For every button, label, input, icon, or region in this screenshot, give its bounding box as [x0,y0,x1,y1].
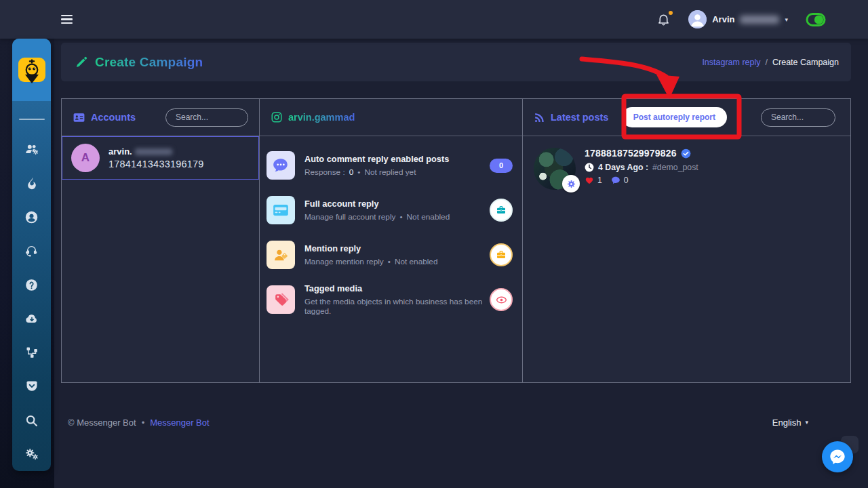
account-name: arvin. [108,146,204,157]
post-hashtag: #demo_post [652,163,698,172]
view-tagged-media-button[interactable] [490,288,513,311]
account-detail-column: arvin.gammad Auto comment reply enabled … [260,99,523,382]
breadcrumb-parent-link[interactable]: Instagram reply [702,58,760,67]
sidebar-item-downloads[interactable] [12,302,51,336]
search-icon [24,413,39,428]
user-menu[interactable]: Arvin ▾ [688,10,788,28]
sidebar-nav [12,132,51,471]
sidebar-item-activity[interactable] [12,166,51,200]
hamburger-menu-icon[interactable] [61,15,73,24]
pocket-icon [25,380,39,393]
post-id: 17888187529979826 [585,148,677,159]
accounts-search-input[interactable] [165,108,248,127]
id-card-icon [267,196,295,224]
user-name: Arvin [712,14,734,24]
heart-icon [585,176,594,185]
sidebar-item-help[interactable] [12,268,51,302]
breadcrumb-separator: / [766,58,768,67]
avatar [688,10,707,28]
option-auto-comment-reply[interactable]: Auto comment reply enabled posts Respons… [267,143,513,188]
sidebar-divider [19,119,45,120]
instagram-icon [271,111,283,123]
post-like-count: 1 [597,176,602,185]
language-selector[interactable]: English ▾ [772,418,808,428]
manage-full-account-reply-button[interactable] [490,199,513,222]
logo-tail [25,75,39,90]
gear-icon [566,179,576,189]
messenger-bot-logo[interactable] [12,39,51,101]
clock-icon [585,163,594,172]
notification-bell-icon[interactable] [656,12,671,26]
detail-account-title: arvin.gammad [288,112,355,123]
response-count-badge[interactable]: 0 [490,159,513,173]
latest-posts-title: Latest posts [551,112,608,123]
option-tagged-media[interactable]: Tagged media Get the media objects in wh… [267,277,513,322]
sidebar-item-profile[interactable] [12,200,51,234]
manage-mention-reply-button[interactable] [490,243,513,266]
pen-icon [75,56,88,69]
robot-logo-icon [18,58,45,82]
option-mention-reply[interactable]: Mention reply Manage mention reply • Not… [267,232,513,277]
messenger-icon [827,447,848,467]
user-circle-icon [24,210,39,224]
option-full-account-reply[interactable]: Full account reply Manage full account r… [267,188,513,232]
cloud-download-icon [24,311,39,326]
messenger-chat-button[interactable] [822,441,853,472]
chevron-down-icon: ▾ [805,419,808,426]
eye-icon [496,294,507,306]
sidebar-item-saved[interactable] [12,369,51,403]
post-comment-count: 0 [624,176,629,185]
page-footer: © Messenger Bot • Messenger Bot English … [68,415,808,429]
comment-icon [611,176,620,185]
accounts-title: Accounts [91,112,136,123]
sidebar-item-search[interactable] [12,403,51,437]
address-card-icon [73,111,85,124]
tags-icon [267,285,295,314]
account-list-item[interactable]: A arvin. 17841413433196179 [62,136,259,180]
sidebar [12,39,51,471]
chevron-down-icon: ▾ [785,16,788,23]
latest-posts-column: Latest posts Post autoreply report [523,99,850,382]
rss-icon [534,112,545,123]
page-header: Create Campaign Instagram reply / Create… [61,43,851,81]
topbar: Arvin ▾ [0,0,868,39]
connection-toggle-icon[interactable] [806,12,826,28]
sidebar-item-support[interactable] [12,234,51,268]
question-circle-icon [24,278,39,292]
redacted-user-surname [740,16,779,24]
briefcase-icon [496,249,507,260]
content-panel: Accounts A arvin. 17841413433196179 [61,98,851,383]
post-time: 4 Days Ago : [598,163,648,172]
sidebar-item-team[interactable] [12,132,51,166]
page-title: Create Campaign [95,55,203,70]
users-gear-icon [24,142,39,157]
briefcase-icon [496,205,507,216]
post-list-item[interactable]: 17888187529979826 4 Days Ago : #demo_pos… [523,136,850,201]
sidebar-item-settings[interactable] [12,437,51,471]
sitemap-icon [25,346,39,359]
post-settings-button[interactable] [562,175,580,192]
post-autoreply-report-button[interactable]: Post autoreply report [622,107,727,127]
accounts-column: Accounts A arvin. 17841413433196179 [62,99,260,382]
verified-badge-icon [681,148,691,159]
app-root: Arvin ▾ [0,0,868,488]
comment-dots-icon [267,151,295,180]
user-tag-icon [267,241,295,269]
posts-search-input[interactable] [761,108,835,127]
gears-icon [24,447,39,462]
redacted-account-name [135,148,172,155]
brand-link[interactable]: Messenger Bot [150,418,209,428]
breadcrumb: Instagram reply / Create Campaign [702,58,839,67]
sidebar-item-integrations[interactable] [12,336,51,369]
copyright-text: © Messenger Bot [68,418,136,428]
breadcrumb-current: Create Campaign [772,58,839,67]
account-id: 17841413433196179 [108,159,204,169]
account-avatar: A [71,144,100,172]
headset-icon [24,244,39,258]
notification-dot [669,11,673,15]
flame-icon [25,176,39,190]
